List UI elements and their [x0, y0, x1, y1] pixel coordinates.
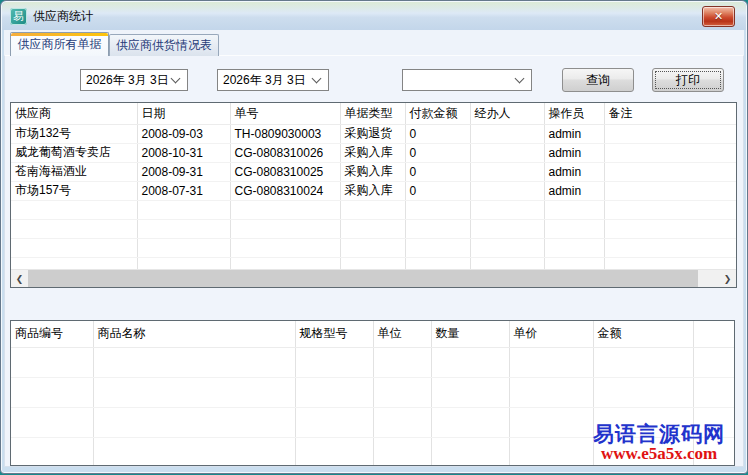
column-header[interactable]: 付款金额: [405, 103, 470, 124]
column-header[interactable]: 单据类型: [340, 103, 405, 124]
table-cell: [373, 347, 431, 377]
table-row[interactable]: 苍南海福酒业2008-09-31CG-0808310025采购入库0admin: [11, 162, 736, 181]
table-cell: CG-0808310024: [230, 181, 340, 200]
tab-page: 2026年 3月 3日 2026年 3月 3日 查询 打印 供应商日期单号单据类…: [4, 55, 744, 467]
table-cell: [593, 347, 693, 377]
table-cell: [604, 143, 736, 162]
column-header[interactable]: 规格型号: [295, 321, 373, 347]
table-cell: [431, 347, 509, 377]
table-cell: [373, 377, 431, 407]
table-cell: 2008-09-03: [137, 124, 230, 143]
table-cell: [604, 200, 736, 219]
title-bar[interactable]: 易 供应商统计 ✕: [2, 2, 746, 30]
table-cell: [509, 347, 593, 377]
table-cell: [405, 219, 470, 238]
scroll-right-icon[interactable]: ❯: [719, 270, 736, 287]
table-row[interactable]: 市场157号2008-07-31CG-0808310024采购入库0admin: [11, 181, 736, 200]
table-cell: [93, 377, 295, 407]
table-row[interactable]: 市场132号2008-09-03TH-0809030003采购退货0admin: [11, 124, 736, 143]
column-header[interactable]: 单位: [373, 321, 431, 347]
table-cell: [405, 200, 470, 219]
table-cell: [295, 377, 373, 407]
table-cell: CG-0808310025: [230, 162, 340, 181]
table-row[interactable]: 威龙葡萄酒专卖店2008-10-31CG-0808310026采购入库0admi…: [11, 143, 736, 162]
table-cell: [340, 238, 405, 257]
table-cell: [693, 377, 734, 407]
column-header[interactable]: 数量: [431, 321, 509, 347]
table-cell: [604, 162, 736, 181]
table-cell: 采购入库: [340, 162, 405, 181]
print-button-label: 打印: [676, 72, 700, 89]
table-cell: [11, 238, 137, 257]
table-cell: [593, 377, 693, 407]
table-cell: [509, 437, 593, 466]
app-logo-icon: 易: [10, 8, 27, 25]
table-cell: 苍南海福酒业: [11, 162, 137, 181]
table-cell: admin: [544, 143, 604, 162]
table-cell: 2008-10-31: [137, 143, 230, 162]
column-header[interactable]: 日期: [137, 103, 230, 124]
scroll-left-icon[interactable]: ❮: [11, 270, 28, 287]
table-cell: [93, 437, 295, 466]
column-header[interactable]: 金额: [593, 321, 693, 347]
table-cell: 2008-07-31: [137, 181, 230, 200]
table-cell: [544, 200, 604, 219]
table-cell: [693, 347, 734, 377]
table-cell: [295, 437, 373, 466]
date-to-picker[interactable]: 2026年 3月 3日: [217, 69, 329, 91]
table-row: [11, 200, 736, 219]
table-cell: [11, 437, 93, 466]
table-cell: [604, 181, 736, 200]
supplier-filter-combobox[interactable]: [402, 69, 532, 91]
tab-supplier-goods[interactable]: 供应商供货情况表: [109, 34, 219, 56]
table-cell: [544, 238, 604, 257]
scrollbar-thumb[interactable]: [28, 270, 698, 287]
table-cell: 采购入库: [340, 181, 405, 200]
table-cell: [509, 377, 593, 407]
table-cell: [340, 219, 405, 238]
table-cell: [544, 219, 604, 238]
table-cell: [295, 407, 373, 437]
table-cell: 0: [405, 124, 470, 143]
column-header[interactable]: 备注: [604, 103, 736, 124]
table-cell: [340, 200, 405, 219]
column-header[interactable]: 操作员: [544, 103, 604, 124]
table-cell: [405, 238, 470, 257]
column-header[interactable]: 商品编号: [11, 321, 93, 347]
tab-supplier-bills[interactable]: 供应商所有单据: [10, 32, 109, 56]
date-from-value: 2026年 3月 3日: [81, 72, 168, 89]
table-cell: 市场157号: [11, 181, 137, 200]
column-header[interactable]: 商品名称: [93, 321, 295, 347]
table-cell: [470, 143, 544, 162]
table-cell: [137, 200, 230, 219]
table-cell: [11, 347, 93, 377]
date-from-picker[interactable]: 2026年 3月 3日: [80, 69, 188, 91]
column-header[interactable]: 经办人: [470, 103, 544, 124]
close-icon: ✕: [714, 11, 723, 22]
table-row: [11, 219, 736, 238]
table-cell: [230, 238, 340, 257]
table-cell: admin: [544, 124, 604, 143]
table-cell: [93, 347, 295, 377]
close-button[interactable]: ✕: [702, 6, 735, 27]
table-cell: [470, 238, 544, 257]
table-row: [11, 347, 734, 377]
column-header[interactable]: 供应商: [11, 103, 137, 124]
table-cell: 0: [405, 143, 470, 162]
date-to-value: 2026年 3月 3日: [218, 72, 309, 89]
table-cell: [604, 238, 736, 257]
column-header[interactable]: 单号: [230, 103, 340, 124]
table-cell: [604, 219, 736, 238]
print-button[interactable]: 打印: [652, 68, 724, 92]
table-cell: [137, 219, 230, 238]
column-header[interactable]: 单价: [509, 321, 593, 347]
supplier-bills-table: 供应商日期单号单据类型付款金额经办人操作员备注市场132号2008-09-03T…: [10, 102, 737, 288]
table-cell: 0: [405, 162, 470, 181]
table-row: [11, 377, 734, 407]
table-cell: 采购退货: [340, 124, 405, 143]
column-header[interactable]: [693, 321, 734, 347]
table-cell: [470, 162, 544, 181]
table-cell: 威龙葡萄酒专卖店: [11, 143, 137, 162]
query-button[interactable]: 查询: [562, 68, 634, 92]
horizontal-scrollbar[interactable]: ❮ ❯: [11, 269, 736, 287]
